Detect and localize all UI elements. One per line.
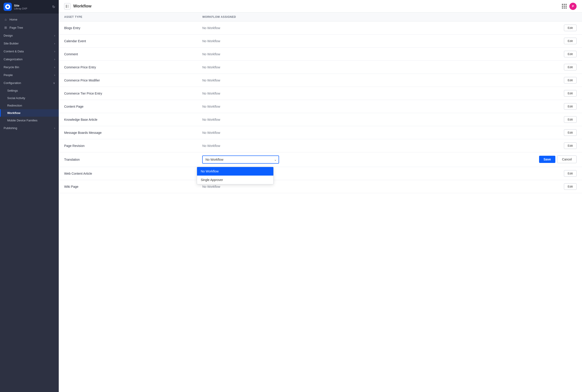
asset-type-cell: Page Revision [59, 139, 197, 152]
edit-button[interactable]: Edit [564, 142, 576, 149]
sidebar-sub-item-workflow[interactable]: Workflow [0, 109, 59, 117]
workflow-assigned-cell: No Workflow [197, 74, 445, 87]
page-tree-icon: ⊞ [4, 26, 8, 29]
dropdown-option-single-approver[interactable]: Single Approver [197, 176, 273, 184]
sidebar-item-publishing[interactable]: Publishing › [0, 124, 59, 132]
chevron-right-icon: › [54, 42, 55, 45]
workflow-assigned-cell: No Workflow [197, 34, 445, 48]
action-cell: Edit [445, 61, 582, 74]
sidebar-sub-item-label: Settings [7, 89, 18, 92]
table-row: Calendar Event No Workflow Edit [59, 34, 582, 48]
edit-button[interactable]: Edit [564, 183, 576, 190]
action-cell: Edit [445, 139, 582, 152]
asset-type-cell: Web Content Article [59, 167, 197, 180]
edit-button[interactable]: Edit [564, 64, 576, 70]
asset-type-cell: Comment [59, 48, 197, 61]
workflow-assigned-cell: No Workflow [197, 100, 445, 113]
dropdown-option-no-workflow[interactable]: No Workflow [197, 167, 273, 176]
sidebar-sub-item-mobile-device-families[interactable]: Mobile Device Families [0, 117, 59, 124]
action-cell-editing: Save Cancel [445, 152, 582, 167]
table-row: Content Page No Workflow Edit [59, 100, 582, 113]
sidebar-sub-item-label: Workflow [7, 111, 20, 115]
table-row: Message Boards Message No Workflow Edit [59, 126, 582, 139]
asset-type-cell: Commerce Price Modifier [59, 74, 197, 87]
chevron-right-icon: › [54, 126, 55, 130]
main-content: Workflow P Asset Type Workflow Assigned [59, 0, 582, 392]
asset-type-cell: Calendar Event [59, 34, 197, 48]
edit-button[interactable]: Edit [564, 77, 576, 84]
workflow-table: Asset Type Workflow Assigned Blogs Entry… [59, 13, 582, 193]
asset-type-cell: Content Page [59, 100, 197, 113]
save-button[interactable]: Save [539, 156, 555, 163]
sidebar-sub-item-social-activity[interactable]: Social Activity [0, 94, 59, 102]
action-cell: Edit [445, 167, 582, 180]
sidebar-item-label: Recycle Bin [4, 66, 52, 69]
asset-type-cell: Message Boards Message [59, 126, 197, 139]
sidebar-sub-item-settings[interactable]: Settings [0, 87, 59, 94]
sidebar-item-home[interactable]: ⌂ Home [0, 15, 59, 24]
sidebar-item-label: Page Tree [10, 26, 55, 29]
action-cell: Edit [445, 87, 582, 100]
action-cell: Edit [445, 34, 582, 48]
apps-grid-icon[interactable] [562, 4, 567, 8]
edit-button[interactable]: Edit [564, 103, 576, 110]
sidebar-item-label: Categorization [4, 58, 52, 61]
sidebar-item-design[interactable]: Design › [0, 32, 59, 40]
refresh-icon[interactable]: ↻ [52, 5, 55, 9]
sidebar-item-label: Design [4, 34, 52, 37]
sidebar-item-recycle-bin[interactable]: Recycle Bin › [0, 63, 59, 71]
asset-type-cell: Commerce Tier Price Entry [59, 87, 197, 100]
sidebar-item-categorization[interactable]: Categorization › [0, 55, 59, 63]
sidebar-sub-item-label: Mobile Device Families [7, 119, 38, 122]
chevron-right-icon: › [54, 74, 55, 77]
table-row: Comment No Workflow Edit [59, 48, 582, 61]
user-avatar[interactable]: P [569, 3, 576, 10]
sidebar-item-label: Home [10, 18, 55, 21]
sidebar-header: Site Liferay DXP ↻ [0, 0, 59, 14]
svg-rect-1 [67, 5, 69, 8]
topbar-actions: P [562, 3, 576, 10]
asset-type-cell: Wiki Page [59, 180, 197, 193]
sidebar-sub-item-redirection[interactable]: Redirection [0, 102, 59, 109]
edit-button[interactable]: Edit [564, 24, 576, 31]
page-title: Workflow [73, 4, 559, 8]
table-row: Knowledge Base Article No Workflow Edit [59, 113, 582, 126]
site-sub: Liferay DXP [14, 7, 50, 10]
edit-button[interactable]: Edit [564, 116, 576, 123]
edit-button[interactable]: Edit [564, 170, 576, 177]
asset-type-cell: Knowledge Base Article [59, 113, 197, 126]
asset-type-cell: Commerce Price Entry [59, 61, 197, 74]
sidebar-nav: ⌂ Home ⊞ Page Tree Design › Site Builder… [0, 14, 59, 392]
workflow-assigned-cell: No Workflow [197, 139, 445, 152]
edit-button[interactable]: Edit [564, 90, 576, 96]
cancel-button[interactable]: Cancel [557, 156, 576, 163]
action-cell: Edit [445, 100, 582, 113]
site-name: Site [14, 4, 50, 7]
edit-button[interactable]: Edit [564, 129, 576, 136]
sidebar-item-page-tree[interactable]: ⊞ Page Tree [0, 24, 59, 32]
table-row: Web Content Article No Workflow Edit [59, 167, 582, 180]
edit-button[interactable]: Edit [564, 51, 576, 57]
panel-toggle-icon[interactable] [64, 3, 71, 10]
table-row: Commerce Price Modifier No Workflow Edit [59, 74, 582, 87]
column-header-workflow-assigned: Workflow Assigned [197, 13, 445, 22]
sidebar-item-site-builder[interactable]: Site Builder › [0, 40, 59, 48]
table-row-editing: Translation No Workflow Single Approver … [59, 152, 582, 167]
chevron-right-icon: › [54, 58, 55, 61]
workflow-select[interactable]: No Workflow Single Approver [202, 156, 279, 164]
workflow-assigned-cell: No Workflow [197, 22, 445, 34]
table-row: Commerce Tier Price Entry No Workflow Ed… [59, 87, 582, 100]
sidebar-item-label: Site Builder [4, 42, 52, 45]
edit-button[interactable]: Edit [564, 38, 576, 44]
action-cell: Edit [445, 126, 582, 139]
table-row: Blogs Entry No Workflow Edit [59, 22, 582, 34]
asset-type-cell: Blogs Entry [59, 22, 197, 34]
workflow-dropdown-cell: No Workflow Single Approver ⌄ No Workflo… [197, 152, 445, 167]
workflow-content: Asset Type Workflow Assigned Blogs Entry… [59, 13, 582, 392]
workflow-assigned-cell: No Workflow [197, 126, 445, 139]
action-cell: Edit [445, 48, 582, 61]
sidebar-item-people[interactable]: People › [0, 71, 59, 79]
sidebar-item-configuration[interactable]: Configuration ∨ [0, 79, 59, 87]
workflow-assigned-cell: No Workflow [197, 113, 445, 126]
sidebar-item-content-data[interactable]: Content & Data › [0, 48, 59, 55]
